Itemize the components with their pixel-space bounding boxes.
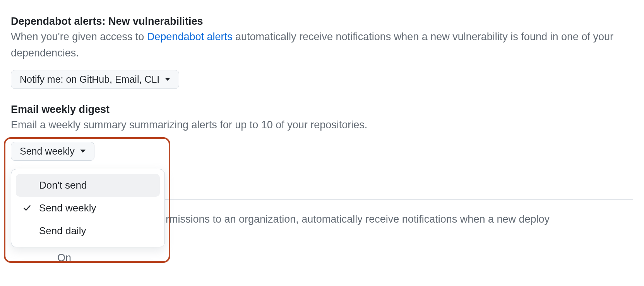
option-send-weekly-label: Send weekly — [39, 202, 96, 214]
notify-me-label: Notify me: on GitHub, Email, CLI — [20, 74, 159, 85]
option-send-weekly[interactable]: Send weekly — [16, 197, 160, 220]
digest-dropdown: Don't send Send weekly Send daily — [11, 169, 165, 247]
dependabot-alerts-link[interactable]: Dependabot alerts — [147, 31, 233, 43]
option-dont-send[interactable]: Don't send — [16, 174, 160, 197]
check-icon — [23, 204, 34, 212]
on-text-fragment: On — [11, 252, 633, 264]
send-weekly-label: Send weekly — [20, 146, 75, 157]
dependabot-section: Dependabot alerts: New vulnerabilities W… — [11, 15, 633, 89]
caret-down-icon — [80, 150, 86, 153]
send-weekly-button[interactable]: Send weekly — [11, 142, 94, 161]
digest-desc: Email a weekly summary summarizing alert… — [11, 117, 633, 133]
dependabot-title: Dependabot alerts: New vulnerabilities — [11, 15, 633, 27]
digest-title: Email weekly digest — [11, 104, 633, 116]
option-send-daily-label: Send daily — [39, 225, 86, 237]
option-dont-send-label: Don't send — [39, 179, 87, 191]
dependabot-desc-prefix: When you're given access to — [11, 31, 147, 43]
option-send-daily[interactable]: Send daily — [16, 220, 160, 242]
dependabot-desc: When you're given access to Dependabot a… — [11, 29, 633, 61]
notify-me-button[interactable]: Notify me: on GitHub, Email, CLI — [11, 70, 179, 89]
caret-down-icon — [165, 78, 170, 81]
digest-section: Email weekly digest Email a weekly summa… — [11, 104, 633, 161]
